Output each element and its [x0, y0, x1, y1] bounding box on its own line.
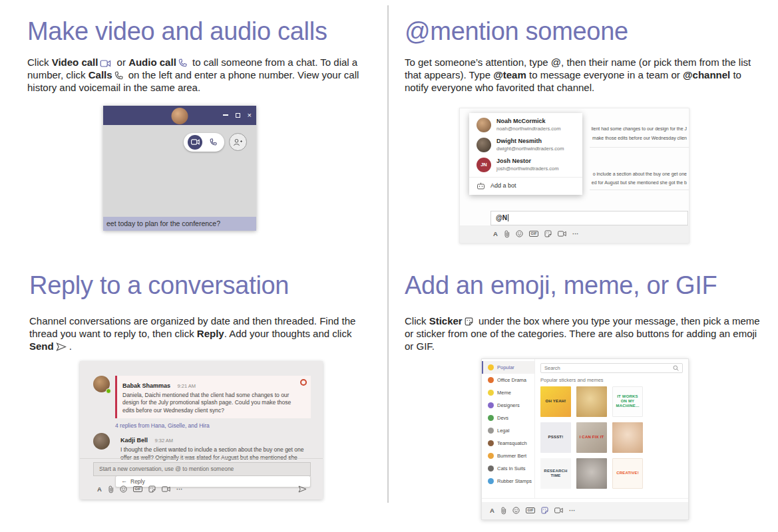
sticker-category-list: Popular Office Drama Meme Designers Devs…: [482, 359, 535, 498]
suggestion-person[interactable]: Dwight Nesmith dwight@northwindtraders.c…: [469, 135, 582, 155]
category-icon: [488, 428, 494, 434]
meme-grid: OH YEAH! IT WORKS ON MY MACHINE... PSSST…: [540, 386, 683, 489]
message-time: 9:32 AM: [154, 438, 173, 444]
page-title: @mention someone: [405, 17, 767, 47]
sender-name: Kadji Bell: [120, 437, 148, 444]
meme-tile-grumpy-cat[interactable]: [576, 458, 607, 489]
avatar: [93, 376, 110, 392]
category-icon: [488, 390, 494, 396]
format-icon[interactable]: A: [97, 486, 102, 493]
meme-tile[interactable]: I CAN FIX IT: [576, 422, 607, 453]
category-icon: [488, 377, 494, 383]
attach-icon[interactable]: [504, 230, 510, 238]
audio-call-button[interactable]: [206, 135, 220, 150]
send-label: Send: [29, 340, 54, 352]
page-title: Reply to a conversation: [29, 271, 372, 301]
more-options-icon[interactable]: ···: [569, 507, 576, 514]
add-participant-button[interactable]: [229, 133, 247, 151]
category-meme[interactable]: Meme: [482, 386, 534, 399]
video-call-button[interactable]: [188, 135, 202, 150]
avatar: [477, 138, 491, 152]
category-popular[interactable]: Popular: [482, 361, 534, 374]
category-teamsquatch[interactable]: Teamsquatch: [482, 437, 534, 450]
gif-icon[interactable]: GIF: [529, 231, 538, 237]
meme-tile[interactable]: CREATIVE!: [612, 458, 643, 489]
search-icon: [673, 365, 679, 371]
add-bot-item[interactable]: Add a bot: [469, 177, 582, 193]
suggestion-person[interactable]: Noah McCormick noah@northwindtraders.com: [469, 115, 582, 135]
person-texts: Noah McCormick noah@northwindtraders.com: [496, 118, 560, 132]
section-emoji-meme-gif: Add an emoji, meme, or GIF Click Sticker…: [405, 271, 767, 520]
category-devs[interactable]: Devs: [482, 412, 534, 424]
category-bummer-bert[interactable]: Bummer Bert: [482, 450, 534, 462]
attach-icon[interactable]: [108, 485, 114, 493]
screenshot-sticker-picker: Popular Office Drama Meme Designers Devs…: [481, 358, 689, 520]
meme-tile-doge[interactable]: [576, 386, 607, 417]
background-chat-text: make those edits before our Wednesday cl…: [592, 136, 687, 140]
audio-call-icon: [178, 59, 187, 67]
meme-tile[interactable]: RESEARCH TIME: [540, 458, 571, 489]
maximize-icon[interactable]: [236, 113, 240, 118]
send-icon: [56, 342, 67, 351]
sticker-search-input[interactable]: [544, 365, 673, 371]
thread-divider: [80, 458, 323, 459]
meet-now-icon[interactable]: [554, 507, 563, 513]
replies-link[interactable]: 4 replies from Hana, Giselle, and Hira: [115, 422, 311, 429]
meme-tile[interactable]: OH YEAH!: [540, 386, 571, 417]
category-office-drama[interactable]: Office Drama: [482, 374, 534, 386]
gif-icon[interactable]: GIF: [526, 507, 535, 514]
format-icon[interactable]: A: [490, 507, 494, 514]
section-paragraph: Click Video call or Audio call to call s…: [27, 56, 370, 94]
compose-toolbar: A GIF ···: [97, 485, 307, 493]
minimize-icon[interactable]: [223, 114, 228, 116]
category-legal[interactable]: Legal: [482, 424, 534, 437]
meme-tile[interactable]: IT WORKS ON MY MACHINE...: [612, 386, 643, 417]
window-controls: ×: [223, 106, 252, 125]
gif-icon[interactable]: GIF: [133, 486, 142, 493]
emoji-icon[interactable]: [512, 507, 520, 514]
meme-tile-baby[interactable]: [612, 422, 643, 453]
quick-start-page: { "colors": { "heading": "#7173b4", "acc…: [0, 0, 778, 532]
caller-avatar: [172, 108, 188, 124]
sender-name: Babak Shammas: [122, 382, 170, 389]
category-rubber-stamps[interactable]: Rubber Stamps: [482, 475, 534, 487]
call-controls: [184, 133, 247, 152]
meet-now-icon[interactable]: [558, 231, 566, 237]
message-separator: [590, 190, 689, 190]
meet-now-icon[interactable]: [162, 486, 170, 492]
section-make-calls: Make video and audio calls Click Video c…: [27, 17, 370, 231]
emoji-icon[interactable]: [120, 485, 127, 493]
new-conversation-input[interactable]: Start a new conversation, use @ to menti…: [93, 462, 311, 476]
category-cats-in-suits[interactable]: Cats In Suits: [482, 462, 534, 475]
more-options-icon[interactable]: ···: [176, 486, 183, 493]
message-input[interactable]: @N: [490, 211, 688, 225]
category-designers[interactable]: Designers: [482, 399, 534, 412]
close-icon[interactable]: ×: [248, 112, 252, 119]
saved-message-icon[interactable]: [300, 379, 307, 386]
attach-icon[interactable]: [500, 507, 506, 515]
calls-label: Calls: [89, 69, 112, 80]
call-window-titlebar: ×: [103, 106, 256, 125]
suggestion-person[interactable]: JN Josh Nestor josh@northwindtraders.com: [469, 155, 582, 175]
emoji-icon[interactable]: [516, 230, 523, 237]
text-run: Click: [27, 57, 52, 68]
call-buttons-pill: [184, 133, 224, 152]
sticker-icon-active[interactable]: [541, 507, 548, 514]
compose-toolbar: A GIF ···: [490, 507, 576, 515]
message: Babak Shammas 9:21 AM Daniela, Daichi me…: [93, 376, 311, 418]
meme-tile[interactable]: PSSST!: [540, 422, 571, 453]
format-icon[interactable]: A: [493, 231, 498, 237]
screenshot-video-call-window: × eet today to plan for the conference?: [103, 106, 256, 231]
text-caret: [508, 214, 508, 221]
section-paragraph: To get someone’s attention, type @, then…: [405, 56, 767, 94]
send-icon[interactable]: [298, 485, 307, 493]
background-chat-text: o include a section about the buy one ge…: [593, 172, 687, 176]
sticker-icon[interactable]: [544, 230, 552, 237]
sticker-icon: [465, 317, 473, 326]
text-run: or: [114, 57, 128, 68]
category-icon: [488, 402, 494, 408]
more-options-icon[interactable]: ···: [572, 231, 579, 237]
sticker-icon[interactable]: [148, 485, 156, 493]
compose-toolbar-strip: A GIF ···: [482, 502, 688, 519]
column-divider: [387, 5, 389, 503]
